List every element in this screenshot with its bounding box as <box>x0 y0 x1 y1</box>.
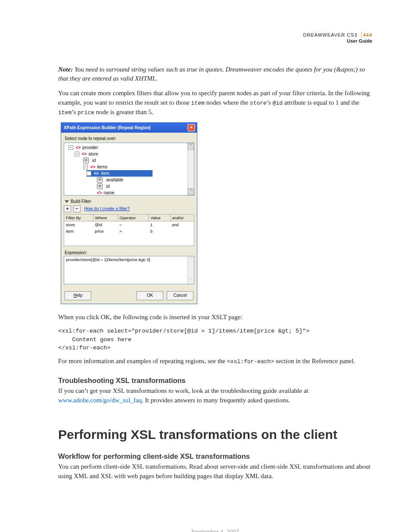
code-price: price <box>78 109 94 116</box>
ok-button[interactable]: OK <box>137 291 163 300</box>
expression-label: Expression: <box>65 250 194 255</box>
add-filter-button[interactable]: + <box>64 205 71 212</box>
collapse-icon[interactable]: − <box>83 165 88 169</box>
footer-date: September 4, 2007 <box>58 529 372 532</box>
note-paragraph: Note: You need to surround string values… <box>58 65 372 84</box>
expression-scrollbar[interactable]: ˄ ˅ <box>187 256 194 284</box>
xpath-builder-dialog: XPath Expression Builder (Repeat Region)… <box>61 122 197 304</box>
page-number: 444 <box>361 32 372 38</box>
scroll-up-icon[interactable]: ˄ <box>188 143 194 150</box>
table-row[interactable]: item price > 5 <box>64 228 194 234</box>
expression-value: provider/store[@id = 1]/items/item[price… <box>66 257 150 262</box>
section-heading: Performing XSL transformations on the cl… <box>58 427 372 442</box>
element-icon: <> <box>76 144 80 151</box>
table-row[interactable]: store @id = 1 and <box>64 221 194 228</box>
note-body: You need to surround string values such … <box>58 66 365 82</box>
troubleshooting-heading: Troubleshooting XSL transformations <box>58 376 372 385</box>
col-value: Value <box>149 214 170 221</box>
remove-filter-button[interactable]: − <box>73 205 81 212</box>
scroll-up-icon[interactable]: ˄ <box>188 256 194 262</box>
code-foreach: <xsl:for-each> <box>227 358 274 365</box>
attribute-icon: @ <box>83 158 89 163</box>
product-name: DREAMWEAVER CS3 <box>303 32 358 37</box>
running-header: DREAMWEAVER CS3 444 User Guide <box>58 32 372 44</box>
help-button[interactable]: Help <box>65 291 91 300</box>
xml-tree[interactable]: − <> provider − <> store @ id − <> items… <box>64 143 194 196</box>
note-label: Note: <box>58 66 73 73</box>
scroll-down-icon[interactable]: ˅ <box>188 278 194 284</box>
element-icon: <> <box>97 190 101 196</box>
code-id-attr: @id <box>273 100 283 106</box>
cancel-button[interactable]: Cancel <box>167 291 193 300</box>
attribute-icon: @ <box>97 184 103 189</box>
disclosure-triangle-icon[interactable] <box>65 200 69 203</box>
attribute-icon: @ <box>97 177 103 183</box>
workflow-paragraph: You can perform client-side XSL transfor… <box>58 462 372 481</box>
col-operator: Operator <box>118 214 149 221</box>
expression-textarea[interactable]: provider/store[@id = 1]/items/item[price… <box>64 256 194 284</box>
dialog-title: XPath Expression Builder (Repeat Region) <box>64 125 151 130</box>
scroll-down-icon[interactable]: ˅ <box>188 188 194 195</box>
element-icon: <> <box>82 151 86 157</box>
workflow-heading: Workflow for performing client-side XSL … <box>58 452 372 460</box>
code-item: item <box>191 100 205 106</box>
after-dialog-paragraph: When you click OK, the following code is… <box>58 313 372 322</box>
collapse-icon[interactable]: − <box>75 152 79 156</box>
code-store: store <box>250 100 267 106</box>
tree-selected-item[interactable]: − <> item <box>87 170 153 177</box>
filter-help-link[interactable]: How do I create a filter? <box>84 206 130 211</box>
collapse-icon[interactable]: − <box>68 145 73 150</box>
more-info-paragraph: For more information and examples of rep… <box>58 357 372 366</box>
code-item2: item <box>58 109 72 116</box>
faq-link[interactable]: www.adobe.com/go/dw_xsl_faq <box>58 397 142 404</box>
table-header-row: Filter By Where Operator Value and/or <box>64 214 194 221</box>
guide-name: User Guide <box>347 38 372 44</box>
collapse-icon[interactable]: − <box>87 171 91 176</box>
filter-table: Filter By Where Operator Value and/or st… <box>64 214 194 246</box>
element-icon: <> <box>90 164 95 170</box>
dialog-titlebar[interactable]: XPath Expression Builder (Repeat Region)… <box>61 123 197 133</box>
col-andor: and/or <box>170 214 194 221</box>
col-filter-by: Filter By <box>64 214 93 221</box>
element-icon: <> <box>94 171 99 176</box>
code-block: <xsl:for-each select="provider/store[@id… <box>58 327 372 352</box>
intro-paragraph: You can create more complex filters that… <box>58 89 372 117</box>
tree-scrollbar[interactable]: ˄ ˅ <box>187 143 194 195</box>
build-filter-header[interactable]: Build Filter <box>65 199 194 204</box>
troubleshooting-paragraph: If you can’t get your XSL transformation… <box>58 386 372 405</box>
col-where: Where <box>93 214 118 221</box>
select-node-label: Select node to repeat over: <box>65 136 194 141</box>
close-icon[interactable]: × <box>187 124 195 131</box>
